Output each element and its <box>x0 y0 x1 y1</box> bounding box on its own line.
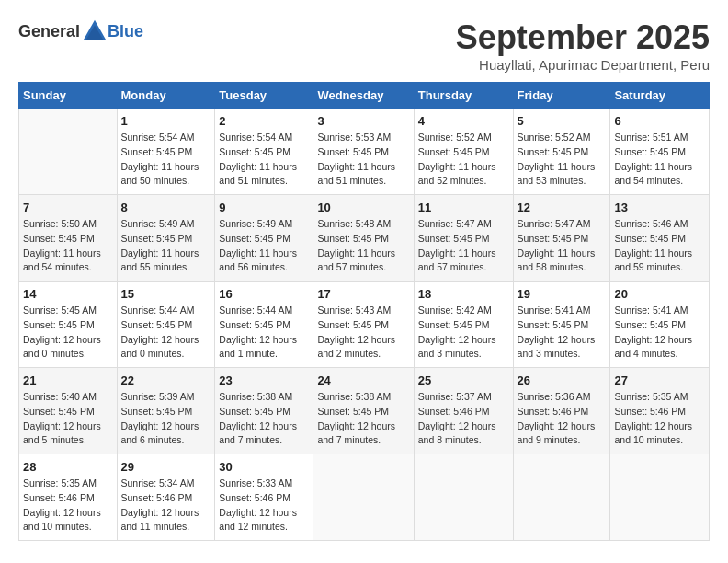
day-number: 16 <box>219 287 309 301</box>
day-number: 23 <box>219 373 309 387</box>
calendar-cell: 16Sunrise: 5:44 AM Sunset: 5:45 PM Dayli… <box>215 282 313 368</box>
day-info: Sunrise: 5:47 AM Sunset: 5:45 PM Dayligh… <box>518 217 607 275</box>
day-number: 1 <box>121 114 211 128</box>
calendar-cell: 18Sunrise: 5:42 AM Sunset: 5:45 PM Dayli… <box>414 282 513 368</box>
day-info: Sunrise: 5:36 AM Sunset: 5:46 PM Dayligh… <box>518 390 607 448</box>
calendar-cell: 22Sunrise: 5:39 AM Sunset: 5:45 PM Dayli… <box>117 368 215 454</box>
day-number: 25 <box>418 373 509 387</box>
weekday-header-wednesday: Wednesday <box>313 83 414 109</box>
day-number: 11 <box>418 201 509 214</box>
day-info: Sunrise: 5:44 AM Sunset: 5:45 PM Dayligh… <box>219 304 309 362</box>
calendar-cell: 28Sunrise: 5:35 AM Sunset: 5:46 PM Dayli… <box>19 454 118 541</box>
calendar-cell <box>19 109 118 195</box>
calendar-cell <box>513 454 610 541</box>
calendar-cell: 17Sunrise: 5:43 AM Sunset: 5:45 PM Dayli… <box>313 282 414 368</box>
logo-icon <box>82 18 108 44</box>
day-info: Sunrise: 5:50 AM Sunset: 5:45 PM Dayligh… <box>23 217 113 275</box>
day-info: Sunrise: 5:35 AM Sunset: 5:46 PM Dayligh… <box>614 390 705 448</box>
logo: General Blue <box>18 18 143 44</box>
day-number: 29 <box>121 460 211 474</box>
calendar-cell: 29Sunrise: 5:34 AM Sunset: 5:46 PM Dayli… <box>117 454 215 541</box>
calendar-cell: 12Sunrise: 5:47 AM Sunset: 5:45 PM Dayli… <box>513 195 610 282</box>
day-number: 14 <box>23 287 113 301</box>
calendar-cell: 10Sunrise: 5:48 AM Sunset: 5:45 PM Dayli… <box>313 195 414 282</box>
day-number: 28 <box>23 460 113 474</box>
calendar-cell: 13Sunrise: 5:46 AM Sunset: 5:45 PM Dayli… <box>610 195 710 282</box>
weekday-header-row: SundayMondayTuesdayWednesdayThursdayFrid… <box>19 83 710 109</box>
day-number: 4 <box>418 114 509 128</box>
calendar-cell: 24Sunrise: 5:38 AM Sunset: 5:45 PM Dayli… <box>313 368 414 454</box>
month-title: September 2025 <box>456 18 710 57</box>
calendar-week-row: 28Sunrise: 5:35 AM Sunset: 5:46 PM Dayli… <box>19 454 710 541</box>
calendar-cell <box>610 454 710 541</box>
day-info: Sunrise: 5:48 AM Sunset: 5:45 PM Dayligh… <box>317 217 409 275</box>
day-number: 26 <box>518 373 607 387</box>
calendar-cell: 15Sunrise: 5:44 AM Sunset: 5:45 PM Dayli… <box>117 282 215 368</box>
calendar-cell: 19Sunrise: 5:41 AM Sunset: 5:45 PM Dayli… <box>513 282 610 368</box>
calendar-cell: 26Sunrise: 5:36 AM Sunset: 5:46 PM Dayli… <box>513 368 610 454</box>
day-number: 24 <box>317 373 409 387</box>
day-info: Sunrise: 5:34 AM Sunset: 5:46 PM Dayligh… <box>121 477 211 534</box>
weekday-header-sunday: Sunday <box>19 83 118 109</box>
day-info: Sunrise: 5:41 AM Sunset: 5:45 PM Dayligh… <box>614 304 705 362</box>
calendar-week-row: 14Sunrise: 5:45 AM Sunset: 5:45 PM Dayli… <box>19 282 710 368</box>
day-info: Sunrise: 5:49 AM Sunset: 5:45 PM Dayligh… <box>219 217 309 275</box>
day-number: 6 <box>614 114 705 128</box>
calendar-cell: 7Sunrise: 5:50 AM Sunset: 5:45 PM Daylig… <box>19 195 118 282</box>
day-number: 30 <box>219 460 309 474</box>
calendar-cell: 1Sunrise: 5:54 AM Sunset: 5:45 PM Daylig… <box>117 109 215 195</box>
day-info: Sunrise: 5:33 AM Sunset: 5:46 PM Dayligh… <box>219 477 309 534</box>
weekday-header-monday: Monday <box>117 83 215 109</box>
calendar-cell: 25Sunrise: 5:37 AM Sunset: 5:46 PM Dayli… <box>414 368 513 454</box>
day-info: Sunrise: 5:54 AM Sunset: 5:45 PM Dayligh… <box>121 131 211 189</box>
calendar-table: SundayMondayTuesdayWednesdayThursdayFrid… <box>18 82 710 541</box>
day-info: Sunrise: 5:35 AM Sunset: 5:46 PM Dayligh… <box>23 477 113 534</box>
calendar-cell: 5Sunrise: 5:52 AM Sunset: 5:45 PM Daylig… <box>513 109 610 195</box>
logo-general: General <box>18 22 80 41</box>
day-info: Sunrise: 5:44 AM Sunset: 5:45 PM Dayligh… <box>121 304 211 362</box>
page-header: General Blue September 2025 Huayllati, A… <box>18 18 710 73</box>
day-info: Sunrise: 5:39 AM Sunset: 5:45 PM Dayligh… <box>121 390 211 448</box>
calendar-cell: 9Sunrise: 5:49 AM Sunset: 5:45 PM Daylig… <box>215 195 313 282</box>
logo-blue: Blue <box>108 22 143 41</box>
day-number: 3 <box>317 114 409 128</box>
day-info: Sunrise: 5:52 AM Sunset: 5:45 PM Dayligh… <box>418 131 509 189</box>
calendar-cell: 6Sunrise: 5:51 AM Sunset: 5:45 PM Daylig… <box>610 109 710 195</box>
day-number: 9 <box>219 201 309 214</box>
day-info: Sunrise: 5:38 AM Sunset: 5:45 PM Dayligh… <box>317 390 409 448</box>
day-number: 22 <box>121 373 211 387</box>
day-number: 17 <box>317 287 409 301</box>
day-number: 21 <box>23 373 113 387</box>
day-info: Sunrise: 5:41 AM Sunset: 5:45 PM Dayligh… <box>518 304 607 362</box>
title-area: September 2025 Huayllati, Apurimac Depar… <box>456 18 710 73</box>
day-info: Sunrise: 5:43 AM Sunset: 5:45 PM Dayligh… <box>317 304 409 362</box>
calendar-cell: 27Sunrise: 5:35 AM Sunset: 5:46 PM Dayli… <box>610 368 710 454</box>
day-number: 15 <box>121 287 211 301</box>
day-info: Sunrise: 5:52 AM Sunset: 5:45 PM Dayligh… <box>518 131 607 189</box>
calendar-cell <box>414 454 513 541</box>
day-info: Sunrise: 5:40 AM Sunset: 5:45 PM Dayligh… <box>23 390 113 448</box>
day-number: 7 <box>23 201 113 214</box>
day-number: 20 <box>614 287 705 301</box>
day-number: 2 <box>219 114 309 128</box>
day-number: 19 <box>518 287 607 301</box>
day-number: 10 <box>317 201 409 214</box>
calendar-cell: 4Sunrise: 5:52 AM Sunset: 5:45 PM Daylig… <box>414 109 513 195</box>
day-info: Sunrise: 5:47 AM Sunset: 5:45 PM Dayligh… <box>418 217 509 275</box>
day-info: Sunrise: 5:51 AM Sunset: 5:45 PM Dayligh… <box>614 131 705 189</box>
weekday-header-tuesday: Tuesday <box>215 83 313 109</box>
day-info: Sunrise: 5:37 AM Sunset: 5:46 PM Dayligh… <box>418 390 509 448</box>
calendar-week-row: 21Sunrise: 5:40 AM Sunset: 5:45 PM Dayli… <box>19 368 710 454</box>
day-info: Sunrise: 5:42 AM Sunset: 5:45 PM Dayligh… <box>418 304 509 362</box>
day-number: 5 <box>518 114 607 128</box>
day-number: 18 <box>418 287 509 301</box>
location-subtitle: Huayllati, Apurimac Department, Peru <box>456 57 710 73</box>
calendar-cell: 2Sunrise: 5:54 AM Sunset: 5:45 PM Daylig… <box>215 109 313 195</box>
calendar-cell: 30Sunrise: 5:33 AM Sunset: 5:46 PM Dayli… <box>215 454 313 541</box>
calendar-cell: 11Sunrise: 5:47 AM Sunset: 5:45 PM Dayli… <box>414 195 513 282</box>
calendar-week-row: 1Sunrise: 5:54 AM Sunset: 5:45 PM Daylig… <box>19 109 710 195</box>
day-info: Sunrise: 5:38 AM Sunset: 5:45 PM Dayligh… <box>219 390 309 448</box>
calendar-cell: 3Sunrise: 5:53 AM Sunset: 5:45 PM Daylig… <box>313 109 414 195</box>
day-number: 27 <box>614 373 705 387</box>
calendar-cell <box>313 454 414 541</box>
